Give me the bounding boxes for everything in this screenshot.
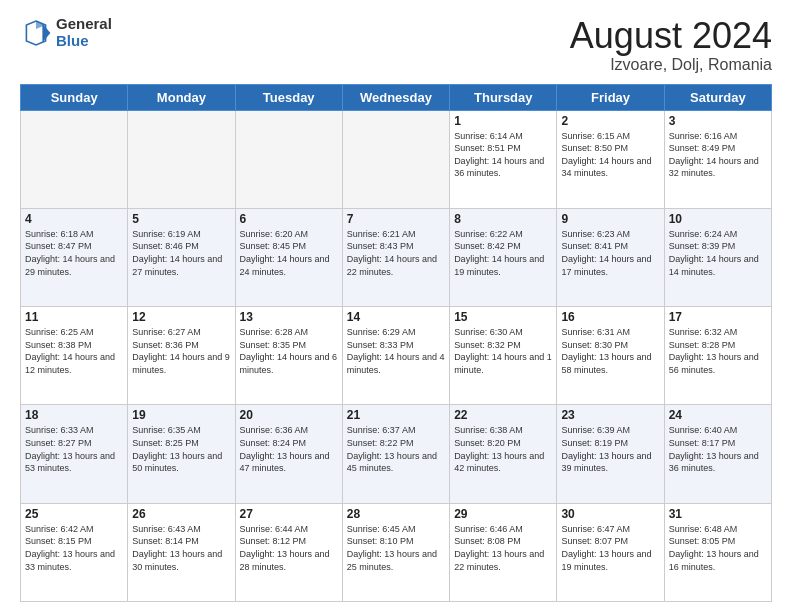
day-info: Sunrise: 6:36 AM Sunset: 8:24 PM Dayligh… [240, 424, 338, 474]
day-info: Sunrise: 6:23 AM Sunset: 8:41 PM Dayligh… [561, 228, 659, 278]
table-row: 28Sunrise: 6:45 AM Sunset: 8:10 PM Dayli… [342, 503, 449, 601]
day-number: 6 [240, 212, 338, 226]
table-row: 30Sunrise: 6:47 AM Sunset: 8:07 PM Dayli… [557, 503, 664, 601]
day-number: 13 [240, 310, 338, 324]
month-title: August 2024 [570, 16, 772, 56]
day-number: 17 [669, 310, 767, 324]
day-number: 5 [132, 212, 230, 226]
day-number: 15 [454, 310, 552, 324]
day-info: Sunrise: 6:15 AM Sunset: 8:50 PM Dayligh… [561, 130, 659, 180]
day-info: Sunrise: 6:46 AM Sunset: 8:08 PM Dayligh… [454, 523, 552, 573]
table-row: 24Sunrise: 6:40 AM Sunset: 8:17 PM Dayli… [664, 405, 771, 503]
day-number: 9 [561, 212, 659, 226]
day-info: Sunrise: 6:45 AM Sunset: 8:10 PM Dayligh… [347, 523, 445, 573]
day-info: Sunrise: 6:33 AM Sunset: 8:27 PM Dayligh… [25, 424, 123, 474]
header: General Blue August 2024 Izvoare, Dolj, … [20, 16, 772, 74]
day-number: 26 [132, 507, 230, 521]
col-monday: Monday [128, 84, 235, 110]
table-row: 26Sunrise: 6:43 AM Sunset: 8:14 PM Dayli… [128, 503, 235, 601]
day-info: Sunrise: 6:30 AM Sunset: 8:32 PM Dayligh… [454, 326, 552, 376]
col-thursday: Thursday [450, 84, 557, 110]
day-info: Sunrise: 6:43 AM Sunset: 8:14 PM Dayligh… [132, 523, 230, 573]
logo-blue-text: Blue [56, 33, 112, 50]
location: Izvoare, Dolj, Romania [570, 56, 772, 74]
table-row: 21Sunrise: 6:37 AM Sunset: 8:22 PM Dayli… [342, 405, 449, 503]
table-row: 16Sunrise: 6:31 AM Sunset: 8:30 PM Dayli… [557, 307, 664, 405]
col-tuesday: Tuesday [235, 84, 342, 110]
day-number: 24 [669, 408, 767, 422]
day-info: Sunrise: 6:22 AM Sunset: 8:42 PM Dayligh… [454, 228, 552, 278]
day-number: 31 [669, 507, 767, 521]
day-info: Sunrise: 6:19 AM Sunset: 8:46 PM Dayligh… [132, 228, 230, 278]
day-number: 25 [25, 507, 123, 521]
title-block: August 2024 Izvoare, Dolj, Romania [570, 16, 772, 74]
table-row [235, 110, 342, 208]
col-sunday: Sunday [21, 84, 128, 110]
day-number: 30 [561, 507, 659, 521]
calendar-week-row: 1Sunrise: 6:14 AM Sunset: 8:51 PM Daylig… [21, 110, 772, 208]
calendar-table: Sunday Monday Tuesday Wednesday Thursday… [20, 84, 772, 602]
day-number: 16 [561, 310, 659, 324]
day-number: 11 [25, 310, 123, 324]
day-info: Sunrise: 6:31 AM Sunset: 8:30 PM Dayligh… [561, 326, 659, 376]
table-row: 14Sunrise: 6:29 AM Sunset: 8:33 PM Dayli… [342, 307, 449, 405]
day-number: 20 [240, 408, 338, 422]
day-info: Sunrise: 6:18 AM Sunset: 8:47 PM Dayligh… [25, 228, 123, 278]
table-row: 15Sunrise: 6:30 AM Sunset: 8:32 PM Dayli… [450, 307, 557, 405]
table-row: 8Sunrise: 6:22 AM Sunset: 8:42 PM Daylig… [450, 208, 557, 306]
table-row: 19Sunrise: 6:35 AM Sunset: 8:25 PM Dayli… [128, 405, 235, 503]
table-row: 10Sunrise: 6:24 AM Sunset: 8:39 PM Dayli… [664, 208, 771, 306]
table-row: 25Sunrise: 6:42 AM Sunset: 8:15 PM Dayli… [21, 503, 128, 601]
day-info: Sunrise: 6:21 AM Sunset: 8:43 PM Dayligh… [347, 228, 445, 278]
logo: General Blue [20, 16, 112, 49]
day-info: Sunrise: 6:28 AM Sunset: 8:35 PM Dayligh… [240, 326, 338, 376]
table-row: 20Sunrise: 6:36 AM Sunset: 8:24 PM Dayli… [235, 405, 342, 503]
day-info: Sunrise: 6:25 AM Sunset: 8:38 PM Dayligh… [25, 326, 123, 376]
table-row: 6Sunrise: 6:20 AM Sunset: 8:45 PM Daylig… [235, 208, 342, 306]
table-row [342, 110, 449, 208]
table-row: 18Sunrise: 6:33 AM Sunset: 8:27 PM Dayli… [21, 405, 128, 503]
table-row: 5Sunrise: 6:19 AM Sunset: 8:46 PM Daylig… [128, 208, 235, 306]
day-info: Sunrise: 6:35 AM Sunset: 8:25 PM Dayligh… [132, 424, 230, 474]
day-number: 12 [132, 310, 230, 324]
day-info: Sunrise: 6:40 AM Sunset: 8:17 PM Dayligh… [669, 424, 767, 474]
day-number: 22 [454, 408, 552, 422]
table-row: 13Sunrise: 6:28 AM Sunset: 8:35 PM Dayli… [235, 307, 342, 405]
table-row: 23Sunrise: 6:39 AM Sunset: 8:19 PM Dayli… [557, 405, 664, 503]
table-row: 2Sunrise: 6:15 AM Sunset: 8:50 PM Daylig… [557, 110, 664, 208]
day-number: 8 [454, 212, 552, 226]
logo-general-text: General [56, 16, 112, 33]
day-number: 19 [132, 408, 230, 422]
day-info: Sunrise: 6:16 AM Sunset: 8:49 PM Dayligh… [669, 130, 767, 180]
day-info: Sunrise: 6:29 AM Sunset: 8:33 PM Dayligh… [347, 326, 445, 376]
col-saturday: Saturday [664, 84, 771, 110]
calendar-week-row: 25Sunrise: 6:42 AM Sunset: 8:15 PM Dayli… [21, 503, 772, 601]
page: General Blue August 2024 Izvoare, Dolj, … [0, 0, 792, 612]
day-number: 23 [561, 408, 659, 422]
table-row: 1Sunrise: 6:14 AM Sunset: 8:51 PM Daylig… [450, 110, 557, 208]
day-info: Sunrise: 6:24 AM Sunset: 8:39 PM Dayligh… [669, 228, 767, 278]
day-number: 3 [669, 114, 767, 128]
day-number: 7 [347, 212, 445, 226]
table-row: 7Sunrise: 6:21 AM Sunset: 8:43 PM Daylig… [342, 208, 449, 306]
day-number: 21 [347, 408, 445, 422]
table-row: 29Sunrise: 6:46 AM Sunset: 8:08 PM Dayli… [450, 503, 557, 601]
day-info: Sunrise: 6:32 AM Sunset: 8:28 PM Dayligh… [669, 326, 767, 376]
day-info: Sunrise: 6:48 AM Sunset: 8:05 PM Dayligh… [669, 523, 767, 573]
table-row: 4Sunrise: 6:18 AM Sunset: 8:47 PM Daylig… [21, 208, 128, 306]
day-number: 29 [454, 507, 552, 521]
table-row: 17Sunrise: 6:32 AM Sunset: 8:28 PM Dayli… [664, 307, 771, 405]
table-row [128, 110, 235, 208]
table-row: 22Sunrise: 6:38 AM Sunset: 8:20 PM Dayli… [450, 405, 557, 503]
day-number: 27 [240, 507, 338, 521]
calendar-week-row: 4Sunrise: 6:18 AM Sunset: 8:47 PM Daylig… [21, 208, 772, 306]
calendar-week-row: 11Sunrise: 6:25 AM Sunset: 8:38 PM Dayli… [21, 307, 772, 405]
day-number: 28 [347, 507, 445, 521]
day-info: Sunrise: 6:27 AM Sunset: 8:36 PM Dayligh… [132, 326, 230, 376]
day-number: 1 [454, 114, 552, 128]
day-info: Sunrise: 6:42 AM Sunset: 8:15 PM Dayligh… [25, 523, 123, 573]
table-row: 12Sunrise: 6:27 AM Sunset: 8:36 PM Dayli… [128, 307, 235, 405]
table-row: 31Sunrise: 6:48 AM Sunset: 8:05 PM Dayli… [664, 503, 771, 601]
day-info: Sunrise: 6:37 AM Sunset: 8:22 PM Dayligh… [347, 424, 445, 474]
table-row: 11Sunrise: 6:25 AM Sunset: 8:38 PM Dayli… [21, 307, 128, 405]
